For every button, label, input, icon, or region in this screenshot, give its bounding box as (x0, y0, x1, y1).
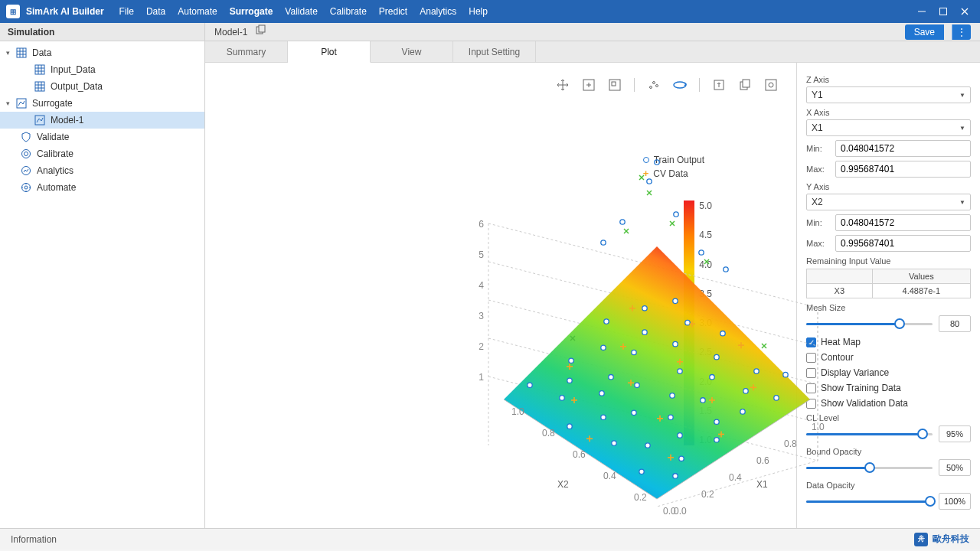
data-opacity-label: Data Opacity (806, 481, 971, 490)
svg-point-96 (678, 369, 682, 373)
svg-point-24 (22, 184, 31, 192)
grid-icon (15, 47, 28, 59)
zoom-fit-icon[interactable] (579, 77, 599, 93)
copy-icon[interactable] (735, 77, 755, 93)
x-axis-label: X Axis (806, 108, 971, 117)
tab-input-setting[interactable]: Input Setting (453, 41, 536, 63)
zoom-region-icon[interactable] (605, 77, 625, 93)
menu-validate[interactable]: Validate (285, 6, 317, 17)
tree-surrogate[interactable]: ▾ Surrogate (0, 95, 204, 112)
tree-calibrate[interactable]: Calibrate (0, 145, 204, 162)
variance-checkbox[interactable]: Display Variance (806, 367, 971, 378)
sidebar: Simulation ▾ Data Input_Data Output_Data… (0, 23, 205, 528)
menu-calibrate[interactable]: Calibrate (330, 6, 367, 17)
svg-point-106 (754, 369, 759, 373)
bound-opacity-value[interactable]: 50% (939, 459, 971, 476)
svg-point-81 (679, 456, 684, 461)
rotate-3d-icon[interactable] (670, 77, 690, 93)
y-axis-select[interactable]: X2▼ (806, 194, 971, 210)
maximize-icon[interactable] (934, 4, 952, 19)
target-icon (20, 148, 32, 160)
menu-help[interactable]: Help (469, 6, 488, 17)
scatter-mode-icon[interactable] (644, 77, 664, 93)
svg-point-91 (670, 393, 675, 398)
svg-point-97 (740, 409, 745, 414)
svg-point-77 (673, 474, 678, 478)
x-max-input[interactable] (835, 161, 971, 178)
svg-point-100 (673, 341, 678, 346)
settings-icon[interactable] (761, 77, 781, 93)
svg-point-102 (642, 306, 647, 311)
svg-point-85 (678, 433, 682, 438)
brand-label: 歐舟科技 (933, 533, 969, 546)
svg-point-90 (601, 345, 606, 350)
automate-icon (20, 181, 32, 194)
minimize-icon[interactable] (913, 4, 931, 19)
svg-point-93 (632, 350, 636, 354)
x-axis-select[interactable]: X1▼ (806, 119, 971, 136)
contour-checkbox[interactable]: Contour (806, 352, 971, 363)
table-row-value[interactable]: 4.4887e-1 (872, 284, 970, 298)
z-axis-select[interactable]: Y1▼ (806, 86, 971, 103)
svg-text:1.0: 1.0 (511, 406, 524, 417)
data-opacity-slider[interactable] (806, 496, 933, 507)
cl-level-label: CL Level (806, 413, 971, 422)
tree-analytics[interactable]: Analytics (0, 162, 204, 179)
tab-view[interactable]: View (371, 41, 453, 63)
cl-level-slider[interactable] (806, 429, 933, 439)
close-icon[interactable] (956, 4, 974, 19)
svg-point-35 (650, 86, 652, 89)
menu-surrogate[interactable]: Surrogate (230, 6, 273, 17)
y-min-input[interactable] (835, 214, 971, 231)
tree-input-data[interactable]: Input_Data (0, 61, 204, 78)
svg-rect-33 (609, 80, 620, 90)
menu-analytics[interactable]: Analytics (420, 6, 456, 17)
pan-icon[interactable] (553, 77, 573, 93)
svg-point-92 (714, 419, 719, 424)
menu-file[interactable]: File (119, 6, 134, 17)
mesh-size-slider[interactable] (806, 318, 933, 329)
grid-icon (34, 80, 46, 93)
heatmap-checkbox[interactable]: ✓Heat Map (806, 337, 971, 347)
sidebar-header: Simulation (0, 23, 204, 41)
menu-automate[interactable]: Automate (178, 6, 217, 17)
plot-area[interactable]: Train Output +CV Data 5.0 4.5 4.0 3.5 3.… (205, 63, 796, 528)
tree-automate[interactable]: Automate (0, 179, 204, 196)
menu-data[interactable]: Data (146, 6, 165, 17)
menu-predict[interactable]: Predict (379, 6, 407, 17)
svg-rect-1 (940, 8, 947, 15)
svg-rect-31 (259, 25, 265, 32)
svg-point-87 (668, 415, 673, 419)
y-max-input[interactable] (835, 235, 971, 252)
status-info[interactable]: Information (11, 534, 57, 545)
svg-point-22 (24, 152, 28, 156)
svg-rect-41 (743, 80, 750, 87)
svg-point-73 (639, 469, 644, 474)
data-opacity-value[interactable]: 100% (939, 493, 971, 510)
tree-data[interactable]: ▾ Data (0, 44, 204, 61)
shield-icon (20, 131, 32, 143)
show-train-checkbox[interactable]: Show Training Data (806, 383, 971, 393)
svg-point-109 (783, 372, 788, 377)
duplicate-icon[interactable] (255, 25, 266, 38)
mesh-size-value[interactable]: 80 (939, 315, 971, 332)
export-icon[interactable] (709, 77, 729, 93)
save-button[interactable]: Save (905, 24, 944, 40)
svg-point-101 (743, 389, 748, 393)
tab-summary[interactable]: Summary (205, 41, 288, 63)
tree-output-data[interactable]: Output_Data (0, 78, 204, 95)
titlebar: ⊞ SimArk AI Builder File Data Automate S… (0, 0, 980, 23)
svg-point-89 (714, 438, 719, 442)
tab-plot[interactable]: Plot (288, 41, 371, 63)
show-valid-checkbox[interactable]: Show Validation Data (806, 398, 971, 409)
svg-text:0.4: 0.4 (603, 471, 616, 481)
svg-text:2: 2 (479, 341, 484, 352)
save-dropdown-button[interactable]: ⋮ (952, 24, 971, 40)
tree-model-1[interactable]: Model-1 (0, 112, 204, 129)
tree-validate[interactable]: Validate (0, 129, 204, 145)
bound-opacity-slider[interactable] (806, 462, 933, 473)
cl-level-value[interactable]: 95% (939, 425, 971, 442)
x-min-input[interactable] (835, 140, 971, 157)
model-icon (34, 114, 46, 126)
svg-point-36 (653, 82, 655, 84)
